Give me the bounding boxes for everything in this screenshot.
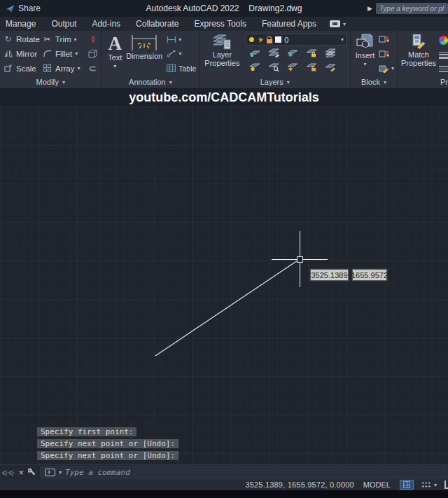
layer-unlock-icon	[267, 39, 272, 43]
chevron-down-icon: ▾	[363, 60, 366, 68]
linear-dimension-button[interactable]: ▾	[166, 33, 196, 46]
tab-output[interactable]: Output	[43, 17, 84, 31]
chevron-down-icon[interactable]: ▾	[59, 469, 62, 476]
trim-scissors-icon: ✂	[42, 34, 52, 44]
grid-display-button[interactable]	[400, 480, 414, 490]
create-block-button[interactable]	[379, 35, 390, 43]
drawn-line	[155, 259, 300, 356]
layer-on-button[interactable]	[246, 60, 265, 74]
layer-match-button[interactable]	[321, 60, 340, 74]
explode-button[interactable]	[88, 47, 98, 60]
mirror-button[interactable]: Mirror	[3, 47, 42, 60]
coordinates-readout: 3525.1389, 1655.9572, 0.0000	[245, 480, 354, 489]
erase-button[interactable]: ✏	[88, 33, 98, 46]
ribbon-display-toggle[interactable]: ▾	[330, 20, 346, 27]
fillet-button[interactable]: Fillet ▾	[42, 47, 87, 60]
mirror-icon	[3, 50, 13, 57]
match-properties-button[interactable]: Match Properties	[400, 32, 437, 76]
dynamic-input-x[interactable]: 3525.1389	[310, 269, 349, 281]
tab-collaborate[interactable]: Collaborate	[128, 17, 186, 31]
current-layer-name: 0	[284, 36, 288, 44]
layer-stack-icon	[212, 34, 232, 50]
stretch-button[interactable]: ⊂	[88, 62, 98, 75]
leader-button[interactable]: ▾	[166, 47, 196, 60]
chevron-down-icon[interactable]: ▾	[434, 482, 437, 488]
search-expand-icon[interactable]: ▶	[368, 5, 372, 12]
taskbar-strip	[0, 490, 448, 498]
drag-handle-icon[interactable]: ⩿⩿	[1, 469, 14, 476]
wrench-icon[interactable]	[28, 468, 36, 476]
panel-label-block[interactable]: Block ▾	[351, 76, 397, 88]
cube-icon	[88, 50, 98, 58]
ortho-icon[interactable]	[444, 480, 448, 489]
ribbon-tab-bar: Manage Output Add-ins Collaborate Expres…	[0, 17, 448, 31]
chevron-down-icon[interactable]: ▾	[74, 36, 77, 43]
chevron-down-icon[interactable]: ▾	[178, 36, 181, 43]
command-history-line: Specify first point:	[37, 427, 136, 436]
chevron-down-icon[interactable]: ▾	[77, 65, 80, 71]
ribbon-display-icon	[330, 20, 340, 27]
ribbon: ↻ Rotate Mirror Scale	[0, 31, 448, 88]
layer-freeze-button[interactable]	[284, 46, 302, 60]
layer-dropdown[interactable]: ☀ 0 ▾	[246, 34, 347, 46]
tab-add-ins[interactable]: Add-ins	[84, 17, 128, 31]
panel-properties: Match Properties Pr	[398, 31, 448, 88]
object-color-wheel-icon[interactable]	[439, 36, 448, 45]
status-bar: 3525.1389, 1655.9572, 0.0000 MODEL ▾	[0, 479, 448, 490]
pickbox	[298, 257, 303, 263]
array-button[interactable]: Array ▾	[42, 62, 87, 75]
block-editor-button[interactable]: ▾	[379, 64, 394, 73]
document-name: Drawing2.dwg	[248, 4, 302, 13]
chevron-down-icon[interactable]: ▾	[75, 50, 78, 57]
dimension-button[interactable]: Dimension	[125, 32, 163, 76]
close-icon[interactable]: ×	[18, 468, 24, 477]
chevron-down-icon: ▾	[169, 79, 172, 85]
text-button[interactable]: A Text ▾	[104, 32, 125, 76]
layer-lock-button[interactable]	[302, 46, 321, 60]
panel-annotation: A Text ▾ Dimension	[102, 31, 200, 88]
linear-dimension-icon	[166, 36, 176, 43]
insert-button[interactable]: Insert ▾	[354, 32, 377, 76]
panel-label-modify[interactable]: Modify ▾	[0, 76, 101, 88]
layer-properties-button[interactable]: Layer Properties	[202, 32, 241, 76]
table-icon	[166, 64, 176, 72]
scale-button[interactable]: Scale	[3, 62, 42, 75]
layer-isolate-button[interactable]	[265, 46, 284, 60]
snap-mode-button[interactable]: ▾	[421, 481, 437, 489]
layer-off-button[interactable]	[246, 46, 265, 60]
drawing-canvas[interactable]: 3525.1389 1655.9572 Specify first point:…	[0, 106, 448, 464]
command-prompt-icon	[45, 469, 55, 476]
panel-label-layers[interactable]: Layers ▾	[200, 76, 350, 88]
command-history: Specify first point: Specify next point …	[37, 427, 178, 460]
chevron-down-icon[interactable]: ▾	[178, 50, 181, 57]
tab-manage[interactable]: Manage	[0, 17, 43, 31]
panel-label-properties[interactable]: Pr	[398, 76, 448, 88]
rotate-button[interactable]: ↻ Rotate	[3, 33, 42, 46]
layer-unisolate-button[interactable]	[265, 60, 284, 74]
search-input[interactable]	[376, 3, 448, 14]
trim-button[interactable]: ✂ Trim ▾	[42, 33, 87, 46]
chevron-down-icon[interactable]: ▾	[341, 36, 344, 43]
model-space-button[interactable]: MODEL	[362, 480, 392, 489]
chevron-down-icon[interactable]: ▾	[391, 65, 394, 71]
tab-express-tools[interactable]: Express Tools	[186, 17, 253, 31]
command-input-field[interactable]: ▾	[41, 466, 447, 478]
table-button[interactable]: Table	[166, 62, 196, 75]
app-name: Autodesk AutoCAD 2022	[146, 4, 239, 13]
layer-thaw-button[interactable]	[284, 60, 302, 74]
write-block-button[interactable]	[379, 50, 390, 58]
layer-make-current-button[interactable]	[321, 46, 340, 60]
share-button[interactable]: Share	[0, 0, 48, 17]
panel-block: Insert ▾ ▾ Block ▾	[351, 31, 398, 88]
dynamic-input-y[interactable]: 1655.9572	[352, 269, 387, 281]
share-label: Share	[18, 4, 41, 13]
dimension-icon	[130, 34, 159, 52]
tab-featured-apps[interactable]: Featured Apps	[254, 17, 324, 31]
watermark-banner: youtube.com/CADCAMTutorials	[0, 88, 448, 106]
linetype-icon[interactable]	[439, 66, 448, 72]
layer-unlock-button[interactable]	[302, 60, 321, 74]
panel-label-annotation[interactable]: Annotation ▾	[102, 76, 199, 88]
lineweight-icon[interactable]	[439, 52, 448, 59]
command-input[interactable]	[65, 468, 443, 477]
red-pencil-icon: ✏	[87, 34, 98, 45]
